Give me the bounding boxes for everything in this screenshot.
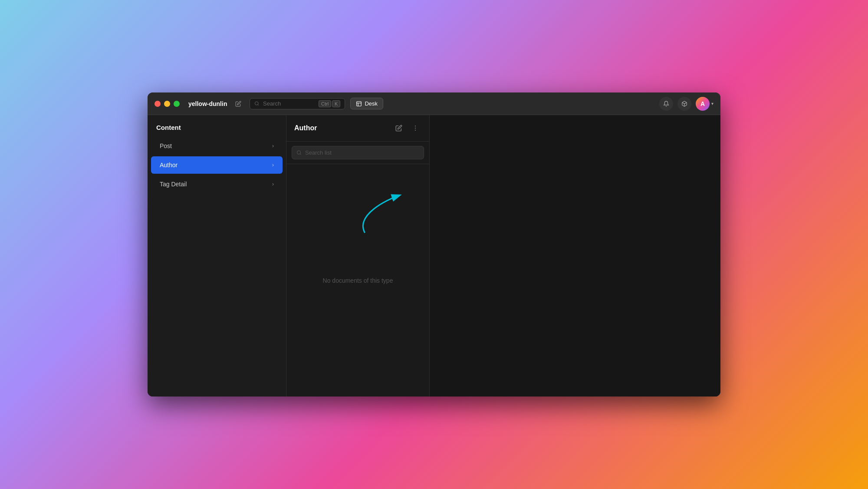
- avatar: A: [696, 97, 710, 111]
- packages-btn[interactable]: [677, 97, 691, 111]
- search-list-container: [286, 142, 429, 164]
- desk-tab[interactable]: Desk: [350, 98, 383, 109]
- search-icon: [254, 101, 260, 106]
- traffic-lights: [155, 101, 180, 107]
- panel-actions: [393, 122, 421, 134]
- author-panel: Author: [286, 115, 430, 396]
- edit-icon[interactable]: [232, 98, 244, 110]
- search-list-input[interactable]: [305, 149, 419, 156]
- app-name: yellow-dunlin: [188, 100, 227, 107]
- user-menu[interactable]: A ▾: [696, 97, 713, 111]
- titlebar: yellow-dunlin Ctrl K Desk: [148, 93, 720, 115]
- keyboard-shortcut: Ctrl K: [319, 100, 340, 107]
- svg-line-10: [300, 154, 301, 155]
- chevron-right-icon-tag: ›: [272, 181, 274, 187]
- sidebar-item-author[interactable]: Author ›: [151, 156, 283, 174]
- panel-title: Author: [294, 124, 317, 132]
- svg-point-7: [415, 128, 416, 129]
- svg-point-9: [297, 151, 301, 154]
- edit-document-icon: [395, 125, 402, 132]
- app-window: yellow-dunlin Ctrl K Desk: [148, 93, 720, 396]
- chevron-down-icon: ▾: [711, 101, 713, 106]
- k-key: K: [332, 100, 340, 107]
- sidebar-item-post[interactable]: Post ›: [151, 137, 283, 155]
- package-icon: [681, 101, 687, 107]
- bell-icon: [663, 101, 669, 107]
- no-documents-message: No documents of this type: [286, 164, 429, 396]
- global-search[interactable]: Ctrl K: [250, 98, 345, 109]
- close-button[interactable]: [155, 101, 161, 107]
- search-list[interactable]: [292, 146, 424, 159]
- search-list-icon: [296, 150, 302, 155]
- svg-point-8: [415, 130, 416, 131]
- maximize-button[interactable]: [174, 101, 180, 107]
- sidebar-item-post-label: Post: [160, 142, 172, 149]
- panel-header: Author: [286, 115, 429, 142]
- desk-icon: [356, 101, 362, 107]
- ctrl-key: Ctrl: [319, 100, 331, 107]
- more-options-btn[interactable]: [409, 122, 421, 134]
- desk-label: Desk: [365, 100, 378, 107]
- notification-btn[interactable]: [659, 97, 673, 111]
- search-input[interactable]: [263, 100, 315, 107]
- chevron-right-icon-active: ›: [272, 162, 274, 168]
- sidebar-item-author-label: Author: [160, 162, 178, 169]
- sidebar-item-tag-label: Tag Detail: [160, 181, 187, 188]
- titlebar-right: A ▾: [659, 97, 713, 111]
- svg-rect-2: [357, 101, 362, 106]
- svg-line-1: [258, 105, 259, 106]
- sidebar-item-tag-detail[interactable]: Tag Detail ›: [151, 175, 283, 193]
- sidebar-header: Content: [148, 115, 286, 136]
- create-document-btn[interactable]: [393, 122, 405, 134]
- minimize-button[interactable]: [164, 101, 170, 107]
- main-content: Content Post › Author › Tag Detail › Aut…: [148, 115, 720, 396]
- svg-point-6: [415, 126, 416, 126]
- main-area: [430, 115, 720, 396]
- chevron-right-icon: ›: [272, 143, 274, 149]
- more-vertical-icon: [412, 125, 419, 132]
- svg-point-0: [255, 102, 259, 105]
- sidebar: Content Post › Author › Tag Detail ›: [148, 115, 286, 396]
